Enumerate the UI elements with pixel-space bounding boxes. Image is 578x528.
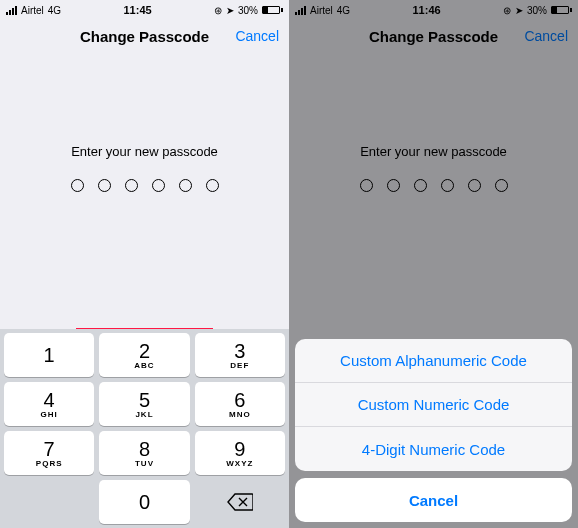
passcode-dot (206, 179, 219, 192)
screen-change-passcode: Airtel 4G 11:45 ⊛ ➤ 30% Change Passcode … (0, 0, 289, 528)
key-8[interactable]: 8TUV (99, 431, 189, 475)
nav-bar: Change Passcode Cancel (0, 18, 289, 54)
clock: 11:45 (123, 4, 151, 16)
signal-icon (6, 6, 17, 15)
key-backspace[interactable] (195, 480, 285, 524)
key-3[interactable]: 3DEF (195, 333, 285, 377)
location-icon: ➤ (226, 5, 234, 16)
key-2[interactable]: 2ABC (99, 333, 189, 377)
passcode-dot (98, 179, 111, 192)
key-5[interactable]: 5JKL (99, 382, 189, 426)
action-sheet: Custom Alphanumeric Code Custom Numeric … (295, 339, 572, 522)
passcode-dot (152, 179, 165, 192)
key-1[interactable]: 1 (4, 333, 94, 377)
status-bar: Airtel 4G 11:45 ⊛ ➤ 30% (0, 0, 289, 18)
option-custom-numeric[interactable]: Custom Numeric Code (295, 383, 572, 427)
action-sheet-cancel-button[interactable]: Cancel (295, 478, 572, 522)
numeric-keypad: 1 2ABC 3DEF 4GHI 5JKL 6MNO 7PQRS 8TUV 9W… (0, 329, 289, 528)
screen-passcode-options-sheet: Airtel 4G 11:46 ⊛ ➤ 30% Change Passcode … (289, 0, 578, 528)
passcode-dot (71, 179, 84, 192)
passcode-dots (0, 179, 289, 192)
network-label: 4G (48, 5, 61, 16)
cancel-button[interactable]: Cancel (235, 28, 279, 44)
carrier-label: Airtel (21, 5, 44, 16)
key-blank (4, 480, 94, 524)
prompt-text: Enter your new passcode (0, 144, 289, 159)
option-4-digit-numeric[interactable]: 4-Digit Numeric Code (295, 427, 572, 471)
passcode-dot (179, 179, 192, 192)
option-custom-alphanumeric[interactable]: Custom Alphanumeric Code (295, 339, 572, 383)
key-6[interactable]: 6MNO (195, 382, 285, 426)
battery-pct: 30% (238, 5, 258, 16)
key-7[interactable]: 7PQRS (4, 431, 94, 475)
alarm-icon: ⊛ (214, 5, 222, 16)
key-0[interactable]: 0 (99, 480, 189, 524)
battery-icon (262, 6, 283, 14)
key-4[interactable]: 4GHI (4, 382, 94, 426)
backspace-icon (227, 493, 253, 511)
page-title: Change Passcode (80, 28, 209, 45)
passcode-dot (125, 179, 138, 192)
action-sheet-group: Custom Alphanumeric Code Custom Numeric … (295, 339, 572, 471)
key-9[interactable]: 9WXYZ (195, 431, 285, 475)
